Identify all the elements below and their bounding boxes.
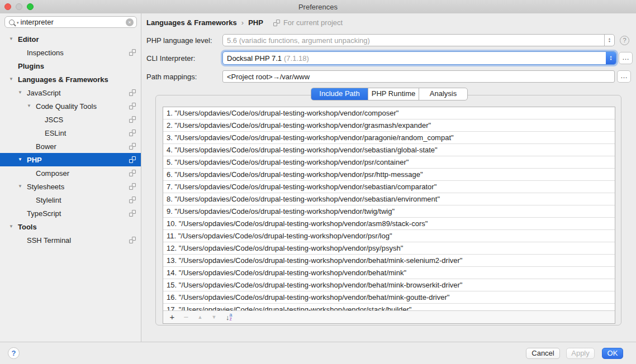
include-path-item[interactable]: 13. "/Users/opdavies/Code/os/drupal-test… — [163, 255, 615, 267]
expand-arrow-icon[interactable]: ▼ — [9, 73, 18, 86]
move-up-icon[interactable]: ▲ — [196, 312, 205, 323]
expand-arrow-icon[interactable]: ▼ — [18, 86, 27, 99]
include-path-item[interactable]: 16. "/Users/opdavies/Code/os/drupal-test… — [163, 291, 615, 304]
per-project-icon — [129, 237, 136, 243]
per-project-icon — [129, 116, 136, 123]
ok-button[interactable]: OK — [602, 348, 623, 359]
sidebar-item-tools[interactable]: ▼ Tools — [0, 220, 141, 233]
language-level-dropdown[interactable]: 5.6 (variadic functions, argument unpack… — [222, 34, 615, 46]
close-button[interactable] — [4, 3, 11, 10]
traffic-lights — [4, 3, 34, 10]
sidebar-item-plugins[interactable]: Plugins — [0, 59, 141, 73]
cli-interpreter-browse-button[interactable]: … — [619, 52, 633, 64]
cancel-button[interactable]: Cancel — [526, 348, 560, 359]
sidebar-item-javascript[interactable]: ▼ JavaScript — [0, 86, 141, 99]
include-path-item[interactable]: 10. "/Users/opdavies/Code/os/drupal-test… — [163, 218, 615, 230]
include-path-item[interactable]: 15. "/Users/opdavies/Code/os/drupal-test… — [163, 279, 615, 291]
per-project-icon — [129, 49, 136, 56]
include-path-item[interactable]: 6. "/Users/opdavies/Code/os/drupal-testi… — [163, 169, 615, 181]
apply-button[interactable]: Apply — [566, 348, 595, 359]
path-mappings-field[interactable]: <Project root>→/var/www — [222, 70, 615, 83]
sidebar-item-languages-frameworks[interactable]: ▼ Languages & Frameworks — [0, 73, 141, 86]
scope-note: For current project — [273, 18, 343, 27]
zoom-button[interactable] — [27, 3, 34, 10]
sidebar-item-typescript[interactable]: TypeScript — [0, 207, 141, 220]
titlebar: Preferences — [0, 0, 636, 14]
tab-include-path[interactable]: Include Path — [311, 88, 368, 100]
breadcrumb-parent[interactable]: Languages & Frameworks — [146, 18, 237, 27]
include-path-item[interactable]: 14. "/Users/opdavies/Code/os/drupal-test… — [163, 267, 615, 279]
window-title: Preferences — [298, 3, 338, 11]
path-mappings-label: Path mappings: — [141, 73, 222, 81]
help-button[interactable]: ? — [8, 347, 20, 359]
include-path-item[interactable]: 3. "/Users/opdavies/Code/os/drupal-testi… — [163, 132, 615, 144]
expand-arrow-icon[interactable]: ▼ — [27, 99, 36, 113]
include-path-list: 1. "/Users/opdavies/Code/os/drupal-testi… — [163, 107, 615, 324]
include-path-item[interactable]: 2. "/Users/opdavies/Code/os/drupal-testi… — [163, 119, 615, 132]
settings-tree: ▼ Editor Inspections Plugins ▼ Languages… — [0, 32, 141, 247]
dialog-footer: ? Cancel Apply OK — [0, 342, 636, 364]
include-path-item[interactable]: 11. "/Users/opdavies/Code/os/drupal-test… — [163, 230, 615, 242]
per-project-icon — [129, 183, 136, 190]
include-path-item[interactable]: 8. "/Users/opdavies/Code/os/drupal-testi… — [163, 193, 615, 205]
per-project-icon — [129, 210, 136, 217]
cli-interpreter-row: CLI Interpreter: Docksal PHP 7.1 (7.1.18… — [141, 51, 636, 65]
sidebar-item-stylesheets[interactable]: ▼ Stylesheets — [0, 180, 141, 193]
tab-analysis[interactable]: Analysis — [419, 88, 467, 100]
sidebar-item-ssh-terminal[interactable]: SSH Terminal — [0, 233, 141, 247]
per-project-icon — [129, 156, 136, 163]
move-down-icon[interactable]: ▼ — [210, 312, 219, 323]
include-path-item[interactable]: 5. "/Users/opdavies/Code/os/drupal-testi… — [163, 156, 615, 169]
search-options-chevron-icon[interactable]: ▾ — [17, 21, 19, 25]
path-mappings-row: Path mappings: <Project root>→/var/www … — [141, 70, 636, 83]
expand-arrow-icon[interactable]: ▼ — [9, 32, 18, 46]
tab-php-runtime[interactable]: PHP Runtime — [368, 88, 419, 100]
sort-alpha-icon[interactable]: ↓ a z — [226, 313, 232, 322]
sidebar-item-eslint[interactable]: ESLint — [0, 126, 141, 140]
expand-arrow-icon[interactable]: ▼ — [18, 153, 27, 166]
include-path-rows: 1. "/Users/opdavies/Code/os/drupal-testi… — [163, 107, 615, 312]
per-project-icon — [129, 89, 136, 96]
per-project-icon — [129, 103, 136, 109]
per-project-icon — [129, 170, 136, 176]
list-toolbar: + − ▲ ▼ ↓ a z — [163, 310, 615, 323]
help-icon[interactable]: ? — [620, 36, 629, 45]
include-path-group: 1. "/Users/opdavies/Code/os/drupal-testi… — [155, 95, 621, 325]
sidebar-item-php[interactable]: ▼ PHP — [0, 153, 141, 166]
sidebar-item-stylelint[interactable]: Stylelint — [0, 193, 141, 207]
per-project-icon — [273, 20, 280, 26]
breadcrumb-separator: › — [241, 18, 244, 27]
segmented-tabs: Include Path PHP Runtime Analysis — [311, 88, 468, 100]
expand-arrow-icon[interactable]: ▼ — [9, 220, 18, 233]
minimize-button[interactable] — [16, 3, 22, 10]
sidebar-item-editor[interactable]: ▼ Editor — [0, 32, 141, 46]
clear-search-icon[interactable]: × — [126, 18, 134, 26]
per-project-icon — [129, 130, 136, 136]
sidebar-item-jscs[interactable]: JSCS — [0, 113, 141, 126]
remove-path-icon[interactable]: − — [182, 312, 191, 323]
settings-search-field[interactable]: ▾ × — [4, 16, 137, 28]
cli-interpreter-dropdown[interactable]: Docksal PHP 7.1 (7.1.18) ▴▾ — [222, 51, 616, 65]
sidebar-item-composer[interactable]: Composer — [0, 166, 141, 180]
path-mappings-browse-button[interactable]: … — [617, 70, 631, 83]
settings-sidebar: ▾ × ▼ Editor Inspections Plugins ▼ Langu… — [0, 13, 141, 342]
per-project-icon — [129, 143, 136, 150]
sidebar-item-code-quality-tools[interactable]: ▼ Code Quality Tools — [0, 99, 141, 113]
include-path-item[interactable]: 9. "/Users/opdavies/Code/os/drupal-testi… — [163, 205, 615, 218]
include-path-item[interactable]: 1. "/Users/opdavies/Code/os/drupal-testi… — [163, 107, 615, 119]
search-input[interactable] — [21, 18, 126, 26]
include-path-item[interactable]: 7. "/Users/opdavies/Code/os/drupal-testi… — [163, 181, 615, 193]
expand-arrow-icon[interactable]: ▼ — [18, 180, 27, 193]
add-path-icon[interactable]: + — [168, 312, 177, 323]
per-project-icon — [129, 197, 136, 203]
sidebar-item-bower[interactable]: Bower — [0, 140, 141, 153]
include-path-item[interactable]: 12. "/Users/opdavies/Code/os/drupal-test… — [163, 242, 615, 255]
language-level-label: PHP language level: — [141, 36, 222, 45]
include-path-item[interactable]: 4. "/Users/opdavies/Code/os/drupal-testi… — [163, 144, 615, 156]
php-settings-panel: Languages & Frameworks › PHP For current… — [141, 13, 636, 342]
stepper-chevrons-icon: ▴▾ — [604, 35, 614, 46]
cli-interpreter-label: CLI Interpreter: — [141, 54, 222, 63]
sidebar-item-inspections[interactable]: Inspections — [0, 46, 141, 59]
breadcrumb: Languages & Frameworks › PHP For current… — [146, 18, 343, 27]
stepper-chevrons-icon: ▴▾ — [606, 52, 616, 64]
